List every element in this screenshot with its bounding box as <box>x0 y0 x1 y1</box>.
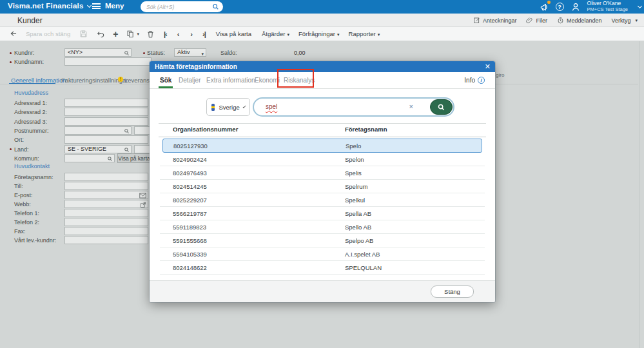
form-field[interactable] <box>64 182 148 190</box>
field-label: Adressrad 1: <box>14 100 47 106</box>
table-row[interactable]: 5591189823Spello AB <box>160 220 485 234</box>
status-label: Status: <box>147 50 165 56</box>
table-row[interactable]: 5591555668Spelpo AB <box>160 234 485 247</box>
announcements-button[interactable] <box>540 2 549 12</box>
column-header-foretagsnamn[interactable]: Företagsnamn <box>345 126 387 133</box>
form-field[interactable] <box>64 191 148 199</box>
form-field[interactable] <box>64 99 148 107</box>
save-button[interactable] <box>79 30 88 38</box>
form-field-extra[interactable] <box>134 126 150 135</box>
modal-tab-sok[interactable]: Sök <box>160 77 171 84</box>
company-search-input[interactable]: spel × <box>253 97 454 117</box>
main-menu-button[interactable]: Meny <box>92 2 124 10</box>
table-row[interactable]: 8024976493Spelis <box>160 166 485 180</box>
org-number-cell: 5566219787 <box>173 210 207 217</box>
kundnamn-field[interactable] <box>64 57 151 66</box>
table-row[interactable]: 8025229207Spelkul <box>160 193 485 207</box>
show-on-map-small-button[interactable]: Visa på karta <box>117 153 151 163</box>
meddelanden-link[interactable]: Meddelanden <box>557 17 602 24</box>
status-select[interactable]: Aktiv▾ <box>174 48 206 57</box>
delete-button[interactable] <box>146 30 155 39</box>
help-button[interactable]: ? <box>556 3 564 11</box>
show-on-map-button[interactable]: Visa på karta <box>216 30 251 37</box>
filer-link[interactable]: Filer <box>526 17 547 24</box>
modal-tab-divider <box>150 88 495 89</box>
reports-menu[interactable]: Rapporter▾ <box>349 30 380 37</box>
top-bar: Visma.net Financials Meny ? Oliver O'Kan… <box>0 0 644 14</box>
global-search[interactable] <box>141 1 223 12</box>
inquiries-menu[interactable]: Förfrågningar▾ <box>298 30 340 37</box>
save-close-button[interactable]: Spara och stäng <box>26 30 70 37</box>
record-toolbar: Spara och stäng + ▾ |‹ ‹ › ›| Visa på ka… <box>0 27 644 41</box>
magnifier-icon[interactable] <box>124 147 130 153</box>
caret-down-icon: ▾ <box>287 32 289 37</box>
global-search-input[interactable] <box>146 4 212 10</box>
form-field[interactable] <box>64 135 148 144</box>
clear-icon[interactable]: × <box>409 102 413 110</box>
go-next-button[interactable]: › <box>190 30 192 38</box>
magnifier-icon[interactable] <box>124 50 130 56</box>
go-first-button[interactable]: |‹ <box>164 30 167 38</box>
company-name-cell: Spello AB <box>345 224 371 231</box>
user-menu[interactable]: Oliver O'Kane PM+CS Test Stage <box>587 1 628 12</box>
external-link-icon <box>140 202 146 208</box>
back-icon <box>9 30 18 38</box>
form-field[interactable] <box>64 154 115 162</box>
table-row[interactable]: 8024514245Spelrum <box>160 180 485 193</box>
field-label: E-post: <box>14 192 33 198</box>
required-dot <box>143 52 145 54</box>
form-field[interactable] <box>64 227 148 235</box>
info-link[interactable]: Infoi <box>464 77 485 84</box>
form-field[interactable]: SE - SVERIGE <box>64 145 132 153</box>
required-dot <box>10 148 12 150</box>
modal-tab-extra-information[interactable]: Extra information <box>206 77 255 84</box>
magnifier-icon[interactable] <box>124 128 130 134</box>
form-field-extra[interactable] <box>134 145 150 153</box>
form-field[interactable] <box>64 117 148 126</box>
country-select[interactable]: Sverige <box>206 98 250 116</box>
app-brand[interactable]: Visma.net Financials <box>8 2 91 10</box>
field-label: Fax: <box>14 228 26 235</box>
search-button[interactable] <box>430 99 453 115</box>
undo-button[interactable] <box>96 30 104 38</box>
back-button[interactable] <box>9 30 18 38</box>
form-field[interactable] <box>64 108 148 116</box>
form-field[interactable] <box>64 126 132 135</box>
column-header-orgnummer[interactable]: Organisationsnummer <box>173 126 238 133</box>
table-row[interactable]: 8024148622SPELQULAN <box>160 261 485 275</box>
user-org: PM+CS Test Stage <box>587 7 628 13</box>
close-modal-button[interactable]: Stäng <box>431 285 474 298</box>
modal-tab-detaljer[interactable]: Detaljer <box>179 77 200 84</box>
chevron-down-icon <box>87 3 92 8</box>
add-button[interactable]: + <box>113 29 118 39</box>
table-row[interactable]: 8024902424Spelon <box>160 153 485 166</box>
table-row[interactable]: 5594105339A.I.spelet AB <box>160 247 485 261</box>
modal-tab-ekonomi[interactable]: Ekonomi <box>255 77 280 84</box>
actions-menu[interactable]: Åtgärder▾ <box>262 30 289 37</box>
user-icon[interactable] <box>571 2 581 12</box>
caret-down-icon: ▾ <box>337 32 340 37</box>
close-icon[interactable]: ✕ <box>485 63 491 71</box>
chevron-down-icon[interactable] <box>638 4 642 8</box>
country-label: Sverige <box>219 104 239 111</box>
caret-down-icon: ▾ <box>378 32 380 37</box>
form-field[interactable] <box>64 200 148 208</box>
section-huvudkontakt: Huvudkontakt <box>14 163 50 169</box>
field-label: Företagsnamn: <box>14 174 54 180</box>
form-field[interactable] <box>64 236 148 244</box>
form-field[interactable] <box>64 173 148 181</box>
form-field[interactable] <box>64 209 148 217</box>
form-field[interactable] <box>64 218 148 226</box>
go-previous-button[interactable]: ‹ <box>177 30 179 38</box>
undo-icon <box>96 30 104 38</box>
go-last-button[interactable]: ›| <box>202 30 206 38</box>
table-row[interactable]: 5566219787Spella AB <box>160 207 485 220</box>
verktyg-menu[interactable]: Verktyg▾ <box>611 17 638 24</box>
anteckningar-link[interactable]: Anteckningar <box>473 17 517 24</box>
modal-title: Hämta företagsinformation <box>155 63 237 70</box>
table-row[interactable]: 8025127930Spelo <box>162 139 482 153</box>
magnifier-icon[interactable] <box>107 156 113 162</box>
search-icon[interactable] <box>212 3 219 10</box>
copy-paste-button[interactable]: ▾ <box>126 30 139 39</box>
kundnr-field[interactable]: <NY> <box>64 48 132 57</box>
